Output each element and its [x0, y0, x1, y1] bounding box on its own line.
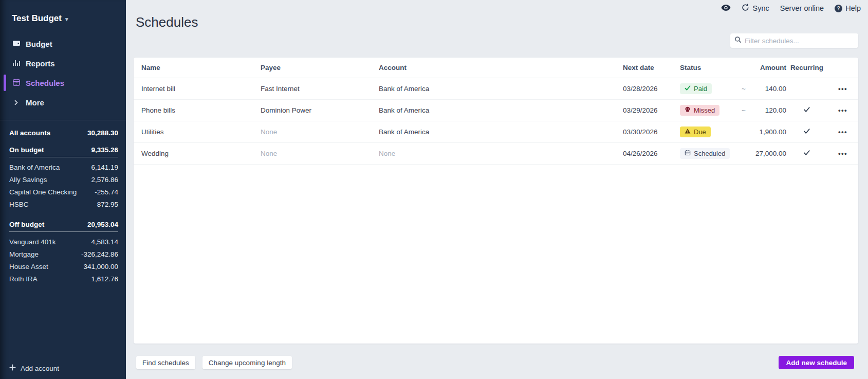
schedule-next-date: 04/26/2026	[623, 150, 680, 157]
add-new-schedule-button[interactable]: Add new schedule	[779, 356, 854, 369]
account-label: House Asset	[9, 263, 48, 270]
table-row[interactable]: Wedding None None 04/26/2026 Scheduled 2…	[134, 143, 858, 165]
group-balance: 9,335.26	[91, 146, 118, 154]
schedule-account: Bank of America	[379, 106, 623, 114]
server-status-label: Server online	[780, 4, 824, 12]
recurring-check-icon	[803, 129, 810, 136]
schedule-name: Wedding	[141, 150, 261, 157]
sync-button[interactable]: Sync	[742, 4, 769, 13]
schedule-payee: None	[261, 128, 379, 136]
privacy-eye-button[interactable]	[721, 4, 731, 13]
account-row-ally-savings[interactable]: Ally Savings 2,576.86	[9, 173, 118, 186]
account-balance: -326,242.86	[81, 250, 118, 258]
app-window: Test Budget ▾ Budget Reports Schedule	[0, 0, 868, 379]
schedule-amount: 1,900.00	[755, 128, 786, 136]
sidebar-item-more[interactable]: More	[0, 93, 126, 112]
add-account-label: Add account	[21, 365, 59, 372]
add-account-button[interactable]: Add account	[9, 364, 59, 372]
account-row-capital-one-checking[interactable]: Capital One Checking -255.74	[9, 186, 118, 198]
schedule-payee: Dominion Power	[261, 106, 379, 114]
sidebar-item-label: Reports	[26, 59, 55, 68]
footer-actions: Find schedules Change upcoming length Ad…	[136, 356, 854, 369]
account-row-bank-of-america[interactable]: Bank of America 6,141.19	[9, 161, 118, 173]
budget-switcher[interactable]: Test Budget ▾	[0, 0, 126, 24]
account-balance: -255.74	[95, 188, 118, 196]
all-accounts-row[interactable]: All accounts 30,288.30	[9, 129, 118, 137]
calendar-icon	[685, 150, 691, 157]
account-row-roth-ira[interactable]: Roth IRA 1,612.76	[9, 273, 118, 285]
column-header-account: Account	[379, 64, 623, 71]
account-balance: 4,583.14	[91, 238, 118, 246]
chevron-down-icon: ▾	[65, 15, 68, 23]
schedule-next-date: 03/28/2026	[623, 85, 680, 93]
account-label: Bank of America	[9, 164, 60, 171]
on-budget-header[interactable]: On budget 9,335.26	[9, 146, 118, 157]
sidebar-nav: Budget Reports Schedules More	[0, 34, 126, 112]
column-header-recurring: Recurring	[786, 64, 827, 71]
schedule-amount: 120.00	[755, 106, 786, 114]
status-badge: Paid	[680, 83, 712, 94]
budget-name: Test Budget	[12, 13, 62, 24]
recurring-check-icon	[803, 150, 810, 158]
filter-schedules-box	[730, 33, 858, 48]
schedule-amount: 140.00	[755, 85, 786, 93]
table-header-row: Name Payee Account Next date Status Amou…	[134, 58, 858, 78]
schedule-name: Utilities	[141, 128, 261, 136]
account-label: Vanguard 401k	[9, 238, 56, 246]
search-icon	[734, 36, 742, 45]
table-row[interactable]: Phone bills Dominion Power Bank of Ameri…	[134, 100, 858, 121]
page-title: Schedules	[136, 14, 198, 30]
sidebar-item-reports[interactable]: Reports	[0, 53, 126, 73]
main-content: Sync Server online ? Help Schedules Name…	[126, 0, 868, 379]
sidebar-item-budget[interactable]: Budget	[0, 34, 126, 53]
sidebar-item-label: Budget	[26, 40, 52, 48]
column-header-next-date: Next date	[623, 64, 680, 71]
group-label: On budget	[9, 146, 44, 154]
row-menu-button[interactable]: •••	[838, 150, 847, 157]
row-menu-button[interactable]: •••	[838, 128, 847, 136]
sidebar-item-schedules[interactable]: Schedules	[0, 73, 126, 93]
approx-indicator: ~	[742, 106, 755, 114]
sidebar-item-label: More	[26, 98, 44, 107]
plus-icon	[9, 364, 16, 372]
calendar-icon	[12, 78, 21, 88]
table-row[interactable]: Utilities None Bank of America 03/30/202…	[134, 121, 858, 143]
eye-icon	[721, 4, 731, 13]
skull-icon	[685, 106, 691, 114]
schedule-amount: 27,000.00	[755, 150, 786, 157]
schedule-name: Internet bill	[141, 85, 261, 93]
row-menu-button[interactable]: •••	[838, 85, 847, 93]
topbar: Sync Server online ? Help	[721, 4, 861, 13]
find-schedules-button[interactable]: Find schedules	[136, 356, 195, 369]
status-badge: Missed	[680, 105, 719, 116]
row-menu-button[interactable]: •••	[838, 106, 847, 114]
column-header-name: Name	[141, 64, 261, 71]
account-balance: 30,288.30	[87, 129, 118, 137]
account-balance: 2,576.86	[91, 176, 118, 184]
approx-indicator: ~	[742, 85, 755, 93]
bar-chart-icon	[12, 59, 21, 68]
column-header-payee: Payee	[261, 64, 379, 71]
change-upcoming-length-button[interactable]: Change upcoming length	[202, 356, 292, 369]
schedules-table: Name Payee Account Next date Status Amou…	[134, 58, 858, 344]
off-budget-header[interactable]: Off budget 20,953.04	[9, 221, 118, 232]
account-row-mortgage[interactable]: Mortgage -326,242.86	[9, 248, 118, 260]
column-header-amount: Amount	[755, 64, 786, 71]
status-label: Missed	[694, 106, 715, 114]
column-header-status: Status	[680, 64, 742, 71]
filter-schedules-input[interactable]	[745, 37, 854, 45]
help-label: Help	[845, 4, 861, 12]
account-label: Capital One Checking	[9, 188, 77, 196]
server-status[interactable]: Server online	[780, 4, 824, 12]
status-label: Due	[694, 128, 706, 136]
table-row[interactable]: Internet bill Fast Internet Bank of Amer…	[134, 78, 858, 100]
account-row-house-asset[interactable]: House Asset 341,000.00	[9, 260, 118, 273]
wallet-icon	[12, 39, 21, 49]
account-balance: 1,612.76	[91, 275, 118, 283]
help-button[interactable]: ? Help	[835, 4, 861, 12]
sidebar: Test Budget ▾ Budget Reports Schedule	[0, 0, 126, 379]
account-row-hsbc[interactable]: HSBC 872.95	[9, 198, 118, 210]
schedule-payee: None	[261, 150, 379, 157]
schedule-next-date: 03/30/2026	[623, 128, 680, 136]
account-row-vanguard-401k[interactable]: Vanguard 401k 4,583.14	[9, 236, 118, 248]
